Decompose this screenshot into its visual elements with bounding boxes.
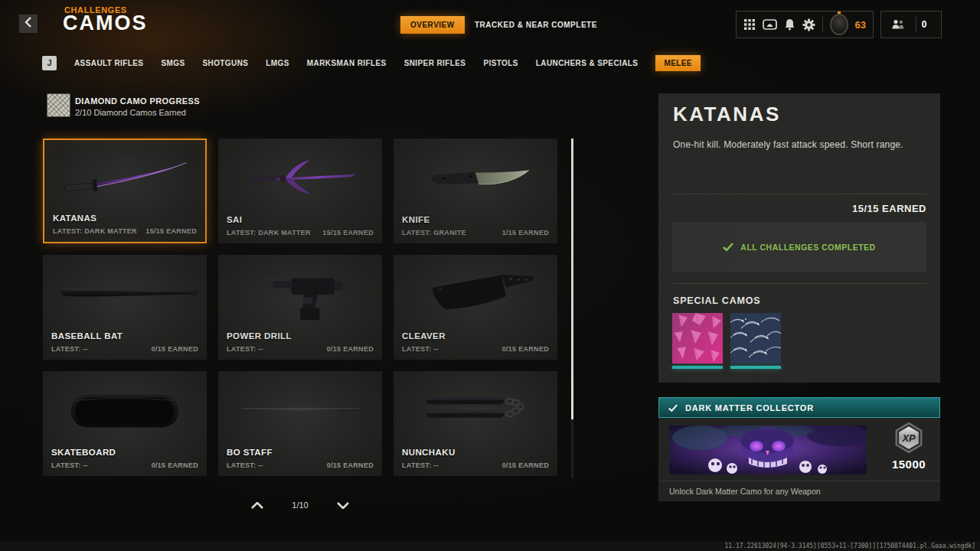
special-camos-title: SPECIAL CAMOS <box>673 295 760 306</box>
weapon-card-skateboard[interactable]: SKATEBOARDLATEST: --0/15 EARNED <box>43 371 207 476</box>
page-title: CAMOS <box>63 11 148 35</box>
divider <box>822 17 823 32</box>
sai-art <box>218 142 382 213</box>
weapon-name: KATANAS <box>53 214 96 223</box>
page-down-chevron-icon[interactable] <box>337 502 349 509</box>
category-tab-launchers-specials[interactable]: LAUNCHERS & SPECIALS <box>536 59 639 67</box>
category-tab-assault-rifles[interactable]: ASSAULT RIFLES <box>74 59 143 67</box>
scrollbar[interactable] <box>571 139 573 478</box>
back-chevron-icon <box>24 17 32 31</box>
weapon-card-katanas[interactable]: KATANASLATEST: DARK MATTER15/15 EARNED <box>43 139 207 243</box>
challenges-completed-label: ALL CHALLENGES COMPLETED <box>740 243 875 252</box>
weapon-latest-camo: LATEST: -- <box>51 345 88 353</box>
xp-reward: XP 15000 <box>885 421 933 471</box>
weapon-meta: LATEST: --0/15 EARNED <box>227 345 374 353</box>
category-tab-shotguns[interactable]: SHOTGUNS <box>202 59 248 67</box>
scrollbar-thumb[interactable] <box>571 139 573 419</box>
weapon-name: CLEAVER <box>402 331 446 341</box>
category-tab-melee[interactable]: MELEE <box>655 55 700 71</box>
weapon-earned-count: 0/15 EARNED <box>502 461 549 469</box>
weapon-name: POWER DRILL <box>227 331 292 341</box>
divider <box>658 481 940 481</box>
party-widget[interactable]: 0 <box>880 11 942 38</box>
weapon-earned-count: 0/15 EARNED <box>152 345 198 353</box>
collector-caption: Unlock Dark Matter Camo for any Weapon <box>669 487 821 496</box>
diamond-camo-swatch <box>47 94 70 116</box>
weapon-name: KNIFE <box>402 215 430 224</box>
weapon-card-nunchaku[interactable]: NUNCHAKULATEST: --0/15 EARNED <box>394 371 557 476</box>
weapon-meta: LATEST: --0/15 EARNED <box>227 461 374 469</box>
wave-camo[interactable] <box>730 313 781 369</box>
collector-title: DARK MATTER COLLECTOR <box>685 403 814 412</box>
social-party-icon <box>890 18 906 31</box>
weapon-card-sai[interactable]: SAILATEST: DARK MATTER15/15 EARNED <box>218 139 382 243</box>
weapon-grid: KATANASLATEST: DARK MATTER15/15 EARNEDSA… <box>43 139 557 476</box>
back-button[interactable] <box>19 15 38 33</box>
weapon-card-baseball-bat[interactable]: BASEBALL BATLATEST: --0/15 EARNED <box>43 255 207 360</box>
pink-petal-camo[interactable] <box>672 313 723 369</box>
weapon-meta: LATEST: --0/15 EARNED <box>402 345 549 353</box>
divider <box>672 283 926 284</box>
page-indicator: 1/10 <box>292 500 308 510</box>
category-tab-sniper-rifles[interactable]: SNIPER RIFLES <box>404 59 466 67</box>
player-level: 63 <box>855 19 866 31</box>
weapon-latest-camo: LATEST: -- <box>227 345 263 353</box>
weapon-earned-count: 15/15 EARNED <box>145 227 197 235</box>
check-icon <box>668 401 678 415</box>
tab-overview[interactable]: OVERVIEW <box>400 16 465 34</box>
detail-description: One-hit kill. Moderately fast attack spe… <box>673 139 919 150</box>
settings-gear-icon[interactable] <box>802 18 815 31</box>
weapon-meta: LATEST: --0/15 EARNED <box>402 461 549 469</box>
dark-matter-collector-card[interactable]: DARK MATTER COLLECTOR <box>658 397 940 501</box>
katana-art <box>44 144 205 214</box>
page-up-chevron-icon[interactable] <box>251 502 263 509</box>
weapon-name: NUNCHAKU <box>402 448 456 457</box>
notifications-bell-icon[interactable] <box>784 18 795 31</box>
bostaff-art <box>218 375 382 445</box>
gallery-icon[interactable] <box>763 18 777 31</box>
keybind-hint: J <box>42 56 57 70</box>
divider <box>672 194 926 194</box>
camo-equipped-bar <box>730 366 781 369</box>
category-tab-pistols[interactable]: PISTOLS <box>483 59 518 67</box>
skateboard-art <box>43 375 207 445</box>
special-camos-row <box>672 313 781 369</box>
detail-title: KATANAS <box>673 103 781 126</box>
collector-header: DARK MATTER COLLECTOR <box>658 397 940 418</box>
knife-art <box>394 142 557 213</box>
weapon-earned-count: 0/15 EARNED <box>502 345 549 353</box>
cleaver-art <box>394 259 557 329</box>
camo-equipped-bar <box>672 366 723 369</box>
diamond-progress-subtitle: 2/10 Diamond Camos Earned <box>75 108 186 117</box>
weapon-card-bo-staff[interactable]: BO STAFFLATEST: --0/15 EARNED <box>218 371 382 476</box>
hud-bar: 63 <box>736 11 874 38</box>
rank-emblem-icon[interactable] <box>830 14 848 35</box>
weapon-detail-panel: KATANAS One-hit kill. Moderately fast at… <box>658 93 940 383</box>
category-tab-marksman-rifles[interactable]: MARKSMAN RIFLES <box>307 59 387 67</box>
weapon-card-cleaver[interactable]: CLEAVERLATEST: --0/15 EARNED <box>394 255 557 360</box>
category-tab-smgs[interactable]: SMGS <box>161 59 185 67</box>
weapon-card-power-drill[interactable]: POWER DRILLLATEST: --0/15 EARNED <box>218 255 382 360</box>
xp-badge-icon: XP <box>892 444 926 457</box>
weapon-earned-count: 0/15 EARNED <box>327 461 374 469</box>
weapon-earned-count: 1/15 EARNED <box>502 229 549 236</box>
category-tab-lmgs[interactable]: LMGS <box>266 59 289 67</box>
diamond-progress-title: DIAMOND CAMO PROGRESS <box>75 96 200 106</box>
pagination: 1/10 <box>251 500 349 510</box>
grid-menu-icon[interactable] <box>743 18 756 31</box>
weapon-latest-camo: LATEST: -- <box>402 461 439 469</box>
weapon-latest-camo: LATEST: DARK MATTER <box>227 229 311 236</box>
weapon-name: SKATEBOARD <box>51 448 116 457</box>
weapon-meta: LATEST: --0/15 EARNED <box>51 461 198 469</box>
tab-tracked-near-complete[interactable]: TRACKED & NEAR COMPLETE <box>475 16 597 34</box>
build-version: 11.17.22613024[94-3.3145][0553+11-[7300]… <box>724 543 975 549</box>
weapon-latest-camo: LATEST: -- <box>402 345 439 353</box>
weapon-name: SAI <box>227 215 242 224</box>
party-count: 0 <box>916 19 932 30</box>
weapon-latest-camo: LATEST: GRANITE <box>402 229 466 236</box>
weapon-meta: LATEST: --0/15 EARNED <box>51 345 198 353</box>
check-icon <box>723 240 733 254</box>
weapon-card-knife[interactable]: KNIFELATEST: GRANITE1/15 EARNED <box>394 139 557 243</box>
weapon-earned-count: 15/15 EARNED <box>322 229 374 236</box>
xp-label: XP <box>901 432 916 444</box>
